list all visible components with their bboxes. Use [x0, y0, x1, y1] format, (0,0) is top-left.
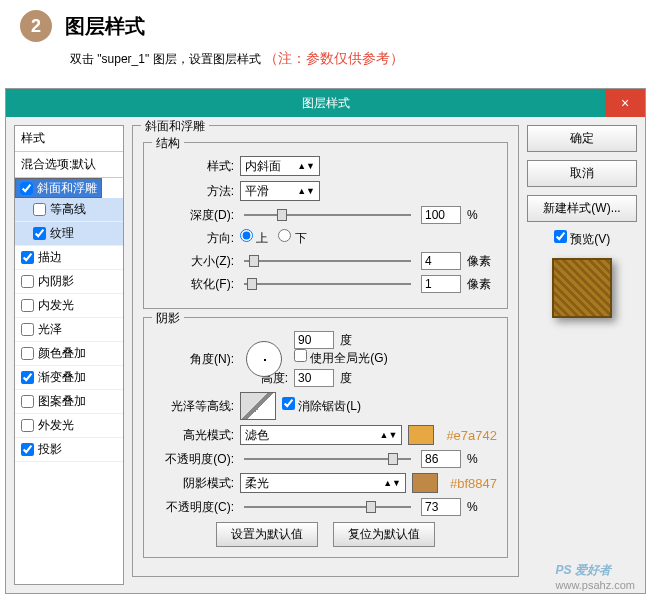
- pct-unit: %: [467, 452, 497, 466]
- sidebar-item-8[interactable]: 渐变叠加: [15, 366, 123, 390]
- sidebar-item-label: 斜面和浮雕: [37, 180, 97, 197]
- sidebar-checkbox[interactable]: [21, 371, 34, 384]
- sidebar-item-5[interactable]: 内发光: [15, 294, 123, 318]
- sidebar-checkbox[interactable]: [21, 443, 34, 456]
- dir-up-radio[interactable]: 上: [240, 229, 268, 247]
- shadow-opacity-label: 不透明度(C):: [154, 499, 234, 516]
- sidebar-checkbox[interactable]: [21, 251, 34, 264]
- style-sidebar: 样式 混合选项:默认 斜面和浮雕等高线纹理描边内阴影内发光光泽颜色叠加渐变叠加图…: [14, 125, 124, 585]
- sidebar-checkbox[interactable]: [33, 203, 46, 216]
- dir-down-radio[interactable]: 下: [278, 229, 306, 247]
- highlight-color-swatch[interactable]: [408, 425, 434, 445]
- sidebar-item-4[interactable]: 内阴影: [15, 270, 123, 294]
- size-slider[interactable]: [244, 253, 411, 269]
- highlight-mode-select[interactable]: 滤色▲▼: [240, 425, 402, 445]
- deg-unit: 度: [340, 370, 370, 387]
- shadow-mode-select[interactable]: 柔光▲▼: [240, 473, 406, 493]
- px-unit: 像素: [467, 276, 497, 293]
- soften-slider[interactable]: [244, 276, 411, 292]
- sidebar-item-label: 纹理: [50, 225, 74, 242]
- close-button[interactable]: ×: [605, 89, 645, 117]
- sidebar-item-6[interactable]: 光泽: [15, 318, 123, 342]
- sidebar-styles[interactable]: 样式: [15, 126, 123, 152]
- pct-unit: %: [467, 500, 497, 514]
- shading-group: 阴影 角度(N): 度 使用全局光(G) 高度:: [143, 317, 508, 558]
- bevel-title: 斜面和浮雕: [141, 118, 209, 135]
- angle-label: 角度(N):: [154, 351, 234, 368]
- set-default-button[interactable]: 设置为默认值: [216, 522, 318, 547]
- cancel-button[interactable]: 取消: [527, 160, 637, 187]
- sidebar-item-label: 渐变叠加: [38, 369, 86, 386]
- step-number: 2: [20, 10, 52, 42]
- new-style-button[interactable]: 新建样式(W)...: [527, 195, 637, 222]
- shadow-color-swatch[interactable]: [412, 473, 438, 493]
- depth-input[interactable]: [421, 206, 461, 224]
- step-subtitle: 双击 "super_1" 图层，设置图层样式: [70, 52, 261, 66]
- sidebar-checkbox[interactable]: [21, 347, 34, 360]
- shading-title: 阴影: [152, 310, 184, 327]
- sidebar-checkbox[interactable]: [33, 227, 46, 240]
- highlight-opacity-input[interactable]: [421, 450, 461, 468]
- antialias-checkbox[interactable]: 消除锯齿(L): [282, 397, 361, 415]
- sidebar-item-label: 光泽: [38, 321, 62, 338]
- angle-input[interactable]: [294, 331, 334, 349]
- shadow-opacity-slider[interactable]: [244, 499, 411, 515]
- style-select[interactable]: 内斜面▲▼: [240, 156, 320, 176]
- titlebar[interactable]: 图层样式 ×: [6, 89, 645, 117]
- sidebar-item-label: 外发光: [38, 417, 74, 434]
- sidebar-item-label: 内阴影: [38, 273, 74, 290]
- depth-label: 深度(D):: [154, 207, 234, 224]
- sidebar-item-label: 图案叠加: [38, 393, 86, 410]
- technique-label: 方法:: [154, 183, 234, 200]
- sidebar-item-2[interactable]: 纹理: [15, 222, 123, 246]
- gloss-label: 光泽等高线:: [154, 398, 234, 415]
- gloss-contour[interactable]: [240, 392, 276, 420]
- sidebar-item-label: 等高线: [50, 201, 86, 218]
- sidebar-checkbox[interactable]: [21, 419, 34, 432]
- structure-group: 结构 样式: 内斜面▲▼ 方法: 平滑▲▼ 深度(D): %: [143, 142, 508, 309]
- px-unit: 像素: [467, 253, 497, 270]
- highlight-mode-label: 高光模式:: [154, 427, 234, 444]
- reset-default-button[interactable]: 复位为默认值: [333, 522, 435, 547]
- sidebar-blend[interactable]: 混合选项:默认: [15, 152, 123, 178]
- sidebar-checkbox[interactable]: [21, 323, 34, 336]
- style-label: 样式:: [154, 158, 234, 175]
- preview-checkbox[interactable]: 预览(V): [554, 232, 610, 246]
- sidebar-item-11[interactable]: 投影: [15, 438, 123, 462]
- step-title: 图层样式: [65, 13, 145, 40]
- technique-select[interactable]: 平滑▲▼: [240, 181, 320, 201]
- angle-control[interactable]: [246, 341, 282, 377]
- soften-input[interactable]: [421, 275, 461, 293]
- sidebar-checkbox[interactable]: [20, 182, 33, 195]
- altitude-input[interactable]: [294, 369, 334, 387]
- sidebar-checkbox[interactable]: [21, 299, 34, 312]
- watermark: PS 爱好者www.psahz.com: [556, 558, 635, 591]
- sidebar-item-label: 内发光: [38, 297, 74, 314]
- preview-swatch: [552, 258, 612, 318]
- dialog-title: 图层样式: [302, 96, 350, 110]
- size-input[interactable]: [421, 252, 461, 270]
- sidebar-item-9[interactable]: 图案叠加: [15, 390, 123, 414]
- sidebar-item-1[interactable]: 等高线: [15, 198, 123, 222]
- sidebar-item-3[interactable]: 描边: [15, 246, 123, 270]
- step-note: （注：参数仅供参考）: [264, 50, 404, 66]
- bevel-group: 斜面和浮雕 结构 样式: 内斜面▲▼ 方法: 平滑▲▼ 深度(D):: [132, 125, 519, 577]
- shadow-mode-label: 阴影模式:: [154, 475, 234, 492]
- shadow-hex: #bf8847: [450, 476, 497, 491]
- ok-button[interactable]: 确定: [527, 125, 637, 152]
- sidebar-item-0[interactable]: 斜面和浮雕: [15, 178, 102, 198]
- global-light-checkbox[interactable]: 使用全局光(G): [294, 351, 388, 365]
- shadow-opacity-input[interactable]: [421, 498, 461, 516]
- highlight-opacity-slider[interactable]: [244, 451, 411, 467]
- sidebar-item-7[interactable]: 颜色叠加: [15, 342, 123, 366]
- sidebar-item-label: 描边: [38, 249, 62, 266]
- sidebar-item-label: 颜色叠加: [38, 345, 86, 362]
- sidebar-item-10[interactable]: 外发光: [15, 414, 123, 438]
- sidebar-checkbox[interactable]: [21, 395, 34, 408]
- sidebar-checkbox[interactable]: [21, 275, 34, 288]
- layer-style-dialog: 图层样式 × 样式 混合选项:默认 斜面和浮雕等高线纹理描边内阴影内发光光泽颜色…: [5, 88, 646, 594]
- highlight-opacity-label: 不透明度(O):: [154, 451, 234, 468]
- sidebar-item-label: 投影: [38, 441, 62, 458]
- direction-label: 方向:: [154, 230, 234, 247]
- depth-slider[interactable]: [244, 207, 411, 223]
